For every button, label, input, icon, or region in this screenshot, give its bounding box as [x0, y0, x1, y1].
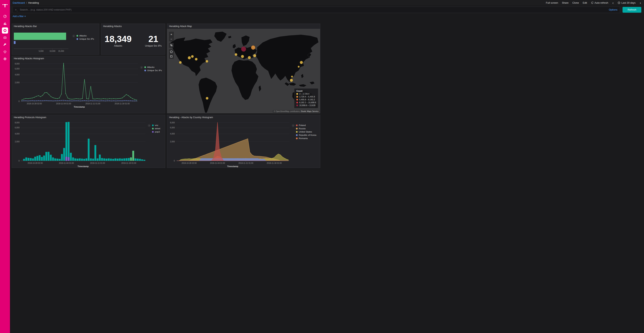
search-input[interactable] — [20, 8, 322, 11]
add-filter-button[interactable]: Add a filter+ — [13, 15, 26, 18]
legend-item[interactable]: Poland — [296, 124, 316, 126]
legend-item[interactable]: Unique Src IPs — [76, 38, 94, 40]
map-zoom-out-button[interactable]: − — [169, 37, 174, 41]
panel-title: Heralding Protocols Histogram — [12, 115, 165, 120]
attack-location-marker[interactable] — [195, 58, 198, 61]
attack-location-marker[interactable] — [241, 55, 244, 58]
legend-toggle-icon[interactable]: › — [148, 124, 151, 127]
attack-location-marker[interactable] — [290, 79, 293, 82]
map-legend-color-dot — [296, 105, 298, 106]
attack-location-marker[interactable] — [234, 53, 237, 56]
metric-value: 18,349 — [105, 34, 132, 44]
legend-item[interactable]: Unique Src IPs — [144, 69, 162, 72]
attack-location-marker[interactable] — [179, 61, 182, 64]
legend-toggle-icon[interactable]: › — [292, 124, 294, 127]
attacks-bar-legend: ›AttacksUnique Src IPs — [72, 29, 99, 55]
attack-location-marker[interactable] — [206, 97, 208, 100]
attack-location-marker[interactable] — [251, 46, 255, 50]
sidebar-item-settings[interactable] — [0, 55, 10, 62]
attack-location-marker[interactable] — [206, 60, 208, 63]
legend-label: Attacks — [147, 66, 154, 68]
map-attribution-ems[interactable]: Elastic Maps Service — [301, 110, 318, 112]
legend-item[interactable]: Attacks — [144, 66, 162, 68]
metric-group: 18,349 Attacks 21 Unique Src IPs — [101, 29, 165, 55]
legend-toggle-icon[interactable]: › — [140, 66, 143, 69]
map-draw-polygon-button[interactable] — [169, 49, 174, 54]
attack-location-marker[interactable] — [298, 66, 300, 68]
world-map[interactable]: + − — [167, 29, 320, 113]
sidebar-item-dashboards[interactable] — [0, 27, 10, 34]
svg-text:2018-11-18 01:00: 2018-11-18 01:00 — [267, 162, 282, 164]
panel-title: Heralding Attacks Histogram — [12, 56, 165, 61]
sidebar-item-overview[interactable] — [0, 13, 10, 20]
svg-text:Timestamp: Timestamp — [227, 165, 238, 167]
legend-item[interactable]: telnet — [152, 127, 160, 130]
heartbeat-icon — [3, 50, 7, 54]
map-attribution-osm[interactable]: © OpenStreetMap contributors, — [274, 110, 300, 112]
panel-heralding-attack-map: Heralding Attack Map — [167, 24, 320, 113]
attack-location-marker[interactable] — [241, 47, 246, 52]
protocols-bar-chart[interactable]: 02,0004,0006,0008,0002018-10-28 02:00201… — [12, 120, 148, 167]
attack-location-marker[interactable] — [188, 56, 191, 59]
sidebar-item-health[interactable] — [0, 48, 10, 55]
attacks-bar-chart[interactable]: 5,00010,00015,000 — [12, 29, 72, 55]
svg-text:2,000: 2,000 — [170, 141, 175, 143]
map-legend-color-dot — [296, 102, 298, 103]
attacks-line-chart[interactable]: 02,0004,0006,0008,0002018-10-28 02:00201… — [12, 61, 140, 113]
metric-label: Attacks — [105, 44, 132, 47]
attack-location-marker[interactable] — [300, 61, 303, 64]
legend-color-dot — [144, 70, 146, 71]
legend-toggle-icon[interactable]: › — [72, 35, 75, 38]
map-attribution: © OpenStreetMap contributors, Elastic Ma… — [273, 110, 320, 113]
legend-item[interactable]: Romania — [296, 137, 316, 139]
legend-item[interactable]: Russia — [296, 127, 316, 130]
map-controls: + − — [169, 32, 174, 59]
map-legend-title: Count — [296, 90, 316, 92]
map-legend-color-dot — [296, 96, 298, 98]
map-legend-item: 10,908.6 – 13,635 — [296, 104, 316, 107]
map-legend-item: 8,182.2 – 10,908.6 — [296, 101, 316, 104]
legend-item[interactable]: Republic of Korea — [296, 134, 316, 136]
svg-text:2,000: 2,000 — [15, 141, 20, 143]
legend-item[interactable]: vnc — [152, 124, 160, 126]
map-draw-rectangle-button[interactable] — [169, 54, 174, 59]
sidebar-item-visualize[interactable] — [0, 20, 10, 27]
legend-item[interactable]: United States — [296, 131, 316, 133]
map-fit-bounds-button[interactable] — [169, 43, 174, 48]
sidebar-item-tools[interactable] — [0, 41, 10, 48]
svg-text:0: 0 — [18, 160, 20, 162]
legend-color-dot — [152, 125, 154, 126]
attack-location-marker[interactable] — [191, 55, 194, 58]
panel-heralding-attacks-bar: Heralding Attacks Bar 5,00010,00015,000 … — [12, 24, 99, 55]
svg-text:10,000: 10,000 — [50, 50, 56, 52]
protocols-legend: ›vnctelnetpop3 — [148, 120, 165, 167]
sidebar-item-honeypot[interactable] — [0, 34, 10, 41]
svg-text:6,000: 6,000 — [170, 127, 175, 129]
country-area-chart[interactable]: 02,0004,0006,0008,0002018-10-28 02:00201… — [167, 120, 291, 167]
plus-icon: + — [24, 15, 26, 18]
map-legend-item: 5,455.8 – 8,182.2 — [296, 98, 316, 101]
legend-item[interactable]: pop3 — [152, 131, 160, 133]
attack-location-marker[interactable] — [253, 54, 256, 57]
legend-label: Attacks — [79, 35, 87, 37]
breadcrumb-dashboard-link[interactable]: Dashboard — [13, 1, 25, 4]
rectangle-icon — [170, 55, 173, 58]
attack-location-marker[interactable] — [248, 56, 251, 59]
map-legend-item: 3 – 2,729.4 — [296, 93, 316, 95]
legend-label: Poland — [299, 124, 306, 126]
legend-item[interactable]: Attacks — [76, 35, 94, 37]
legend-color-dot — [144, 66, 146, 68]
main-area: Dashboard / Heralding Full screen Share … — [10, 0, 322, 167]
attack-location-marker[interactable] — [291, 76, 293, 78]
breadcrumb-current: Heralding — [28, 1, 39, 4]
svg-text:2018-11-18 01:00: 2018-11-18 01:00 — [121, 162, 136, 164]
map-zoom-in-button[interactable]: + — [169, 32, 174, 37]
search-box[interactable]: >_ Options — [13, 7, 322, 13]
attacks-histogram-svg: 02,0004,0006,0008,0002018-10-28 02:00201… — [12, 61, 140, 113]
panel-heralding-attacks-metric: Heralding Attacks 18,349 Attacks 21 Uniq… — [101, 24, 165, 55]
map-legend-color-dot — [296, 93, 298, 95]
svg-text:2018-11-04 01:00: 2018-11-04 01:00 — [210, 162, 225, 164]
panel-title: Heralding Attacks — [101, 24, 165, 29]
panel-attacks-by-country-histogram: Heralding - Attacks by Country Histogram… — [167, 115, 320, 167]
telekom-t-logo[interactable] — [1, 1, 9, 10]
